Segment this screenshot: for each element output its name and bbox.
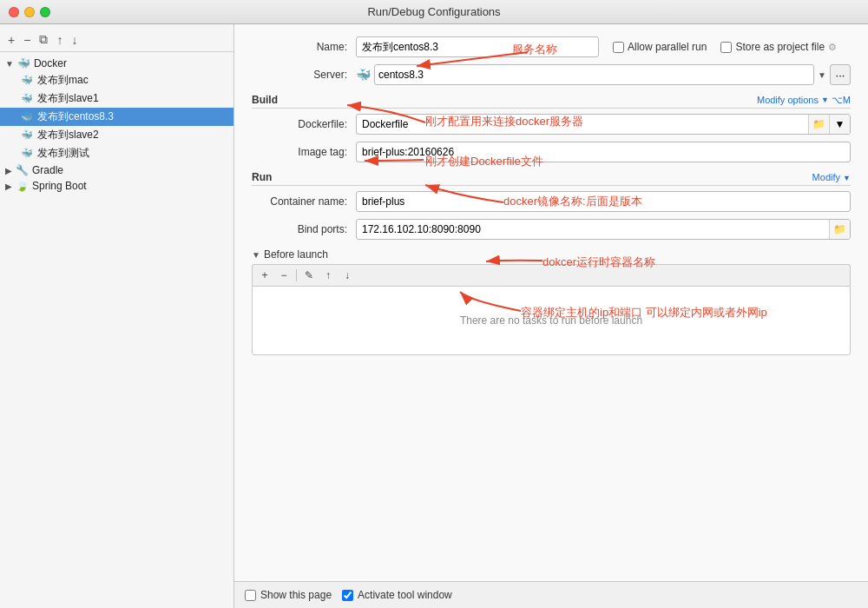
copy-config-button[interactable]: ⧉ — [36, 31, 50, 48]
spring-boot-group-label: Spring Boot — [32, 180, 87, 192]
gradle-group-header[interactable]: ▶ 🔧 Gradle — [0, 162, 233, 178]
before-launch-content: There are no tasks to run before launch — [252, 286, 851, 355]
store-project-label: Store as project file ⚙ — [720, 41, 837, 53]
activate-tool-checkbox-label: Activate tool window — [342, 589, 452, 601]
activate-tool-checkbox[interactable] — [342, 590, 353, 601]
bind-ports-btns: 📁 — [829, 220, 850, 239]
before-launch-arrow-icon[interactable]: ▼ — [252, 250, 260, 260]
before-launch-up-button[interactable]: ↑ — [319, 268, 337, 283]
before-launch-title: Before launch — [264, 248, 328, 261]
store-project-icon: ⚙ — [828, 42, 837, 53]
footer: Show this page Activate tool window — [234, 581, 868, 608]
main-layout: + − ⧉ ↑ ↓ ▼ 🐳 Docker 🐳 发布到mac 🐳 发 — [0, 24, 868, 608]
sidebar-item-centos83[interactable]: 🐳 发布到centos8.3 — [0, 108, 233, 126]
docker-group-header[interactable]: ▼ 🐳 Docker — [0, 56, 233, 71]
dockerfile-btns: 📁 ▼ — [808, 115, 850, 134]
content-panel: Name: Allow parallel run Store as projec… — [234, 24, 868, 608]
build-section-title: Build — [252, 94, 278, 106]
server-row: Server: 🐳 centos8.3 ▼ ··· — [252, 64, 851, 85]
before-launch-edit-button[interactable]: ✎ — [300, 268, 318, 283]
name-input[interactable] — [356, 36, 599, 57]
server-select[interactable]: centos8.3 — [374, 64, 814, 85]
dockerfile-folder-button[interactable]: 📁 — [808, 115, 829, 134]
container-name-label: Container name: — [252, 195, 356, 208]
sidebar-item-slave1[interactable]: 🐳 发布到slave1 — [0, 89, 233, 108]
move-up-button[interactable]: ↑ — [54, 32, 65, 48]
docker-item-icon: 🐳 — [21, 111, 33, 122]
dockerfile-label: Dockerfile: — [252, 118, 356, 130]
docker-item-icon: 🐳 — [21, 75, 33, 86]
spring-boot-chevron-icon: ▶ — [5, 182, 12, 191]
modify-options-shortcut: ⌥M — [832, 95, 851, 106]
show-page-checkbox[interactable] — [245, 590, 256, 601]
sidebar: + − ⧉ ↑ ↓ ▼ 🐳 Docker 🐳 发布到mac 🐳 发 — [0, 24, 234, 608]
sidebar-item-test[interactable]: 🐳 发布到测试 — [0, 144, 233, 162]
bind-ports-input[interactable] — [357, 221, 829, 237]
dockerfile-input-wrapper: 📁 ▼ — [356, 114, 851, 135]
spring-boot-group: ▶ 🍃 Spring Boot — [0, 178, 233, 194]
server-select-arrow-icon: ▼ — [818, 70, 826, 80]
remove-config-button[interactable]: − — [21, 32, 33, 48]
build-section-header: Build Modify options ▼ ⌥M — [252, 94, 851, 109]
show-page-label: Show this page — [260, 589, 332, 601]
server-docker-icon: 🐳 — [356, 68, 371, 82]
sidebar-toolbar: + − ⧉ ↑ ↓ — [0, 28, 233, 52]
add-config-button[interactable]: + — [5, 32, 17, 48]
spring-boot-group-header[interactable]: ▶ 🍃 Spring Boot — [0, 178, 233, 194]
allow-parallel-checkbox[interactable] — [613, 42, 624, 53]
modify-link[interactable]: Modify ▼ — [812, 172, 851, 182]
modify-options-label: Modify options — [757, 95, 819, 105]
sidebar-item-centos83-label: 发布到centos8.3 — [37, 109, 114, 124]
dockerfile-row: Dockerfile: 📁 ▼ — [252, 114, 851, 135]
before-launch-down-button[interactable]: ↓ — [339, 268, 356, 283]
server-select-wrapper: 🐳 centos8.3 ▼ ··· — [356, 64, 851, 85]
sidebar-item-mac-label: 发布到mac — [37, 73, 89, 88]
sidebar-tree: ▼ 🐳 Docker 🐳 发布到mac 🐳 发布到slave1 🐳 发布到cen… — [0, 52, 233, 197]
container-name-input[interactable] — [356, 191, 851, 212]
server-dots-button[interactable]: ··· — [830, 64, 851, 85]
gradle-group-label: Gradle — [32, 164, 63, 176]
sidebar-item-test-label: 发布到测试 — [37, 146, 89, 161]
docker-icon: 🐳 — [17, 57, 30, 69]
name-row: Name: Allow parallel run Store as projec… — [252, 36, 851, 57]
sidebar-item-slave2[interactable]: 🐳 发布到slave2 — [0, 126, 233, 144]
minimize-button[interactable] — [24, 7, 35, 17]
docker-item-icon: 🐳 — [21, 148, 33, 159]
run-section-header: Run Modify ▼ — [252, 171, 851, 186]
docker-item-icon: 🐳 — [21, 129, 33, 141]
modify-chevron-icon: ▼ — [843, 174, 851, 182]
bind-ports-wrapper: 📁 — [356, 219, 851, 240]
before-launch-add-button[interactable]: + — [256, 268, 273, 283]
bind-ports-folder-button[interactable]: 📁 — [829, 220, 850, 239]
run-section-title: Run — [252, 171, 272, 183]
before-launch-section: ▼ Before launch + − ✎ ↑ ↓ There are no t… — [252, 248, 851, 355]
gradle-group: ▶ 🔧 Gradle — [0, 162, 233, 178]
allow-parallel-label: Allow parallel run — [613, 41, 707, 53]
form-area: Name: Allow parallel run Store as projec… — [234, 24, 868, 581]
image-tag-input[interactable] — [356, 142, 851, 162]
spring-boot-icon: 🍃 — [16, 180, 29, 192]
docker-group: ▼ 🐳 Docker 🐳 发布到mac 🐳 发布到slave1 🐳 发布到cen… — [0, 56, 233, 162]
container-name-row: Container name: — [252, 191, 851, 212]
no-tasks-text: There are no tasks to run before launch — [460, 314, 642, 327]
maximize-button[interactable] — [40, 7, 50, 17]
image-tag-row: Image tag: — [252, 142, 851, 162]
gradle-icon: 🔧 — [16, 164, 29, 176]
sidebar-item-mac[interactable]: 🐳 发布到mac — [0, 71, 233, 89]
store-project-checkbox[interactable] — [720, 42, 732, 53]
before-launch-header: ▼ Before launch — [252, 248, 851, 261]
sidebar-item-slave1-label: 发布到slave1 — [37, 91, 99, 106]
gradle-chevron-icon: ▶ — [5, 166, 12, 175]
window-title: Run/Debug Configurations — [367, 5, 500, 18]
before-launch-remove-button[interactable]: − — [275, 268, 293, 283]
activate-tool-label: Activate tool window — [358, 589, 452, 601]
modify-options-chevron-icon: ▼ — [821, 96, 829, 104]
dockerfile-dropdown-button[interactable]: ▼ — [829, 115, 850, 134]
server-label: Server: — [252, 69, 356, 81]
name-label: Name: — [252, 41, 356, 53]
close-button[interactable] — [9, 7, 19, 17]
modify-options-link[interactable]: Modify options ▼ ⌥M — [757, 95, 851, 106]
move-down-button[interactable]: ↓ — [69, 32, 80, 48]
dockerfile-input[interactable] — [357, 116, 808, 132]
bind-ports-row: Bind ports: 📁 — [252, 219, 851, 240]
